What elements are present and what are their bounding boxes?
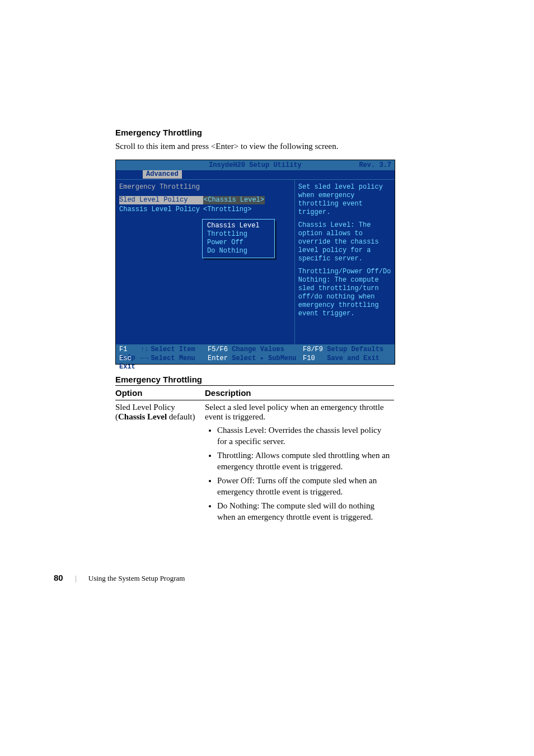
label-select-menu: Select Menu: [151, 354, 195, 362]
key-updown: Select Item: [140, 346, 208, 354]
options-table: Option Description Sled Level Policy (Ch…: [115, 385, 394, 528]
description-header: Select a sled level policy when an emerg…: [205, 403, 384, 421]
bios-screenshot: InsydeH20 Setup Utility Rev. 3.7 Advance…: [115, 160, 395, 365]
help-paragraph: Chassis Level: The option allows to over…: [298, 221, 391, 263]
label-select-item: Select Item: [151, 346, 195, 353]
list-item: Throttling: Allows compute sled throttli…: [217, 450, 391, 472]
label-exit: Exit: [119, 363, 135, 371]
table-title: Emergency Throttling: [115, 375, 461, 384]
intro-text: Scroll to this item and press <Enter> to…: [115, 141, 461, 152]
page-footer: 80 | Using the System Setup Program: [54, 573, 461, 583]
bios-settings-panel: Emergency Throttling Sled Level Policy <…: [116, 180, 294, 344]
key-f10: F10: [303, 354, 315, 362]
key-f1: F1: [119, 346, 127, 353]
document-page: Emergency Throttling Scroll to this item…: [0, 0, 534, 617]
dropdown-option[interactable]: Power Off: [207, 239, 269, 247]
label-enter-submenu: Select ▸ SubMenu: [232, 354, 296, 362]
setting-value[interactable]: <Throttling>: [203, 206, 251, 214]
option-cell: Sled Level Policy (Chassis Level default…: [115, 400, 205, 529]
setting-label: Sled Level Policy: [119, 196, 203, 204]
list-item: Chassis Level: Overrides the chassis lev…: [217, 425, 391, 447]
description-bullets: Chassis Level: Overrides the chassis lev…: [205, 425, 391, 522]
description-cell: Select a sled level policy when an emerg…: [205, 400, 394, 529]
tab-advanced[interactable]: Advanced: [143, 170, 182, 179]
key-esc: Esc: [119, 354, 132, 362]
page-number: 80: [54, 573, 63, 582]
list-item: Power Off: Turns off the compute sled wh…: [217, 475, 391, 497]
bios-tabbar: Advanced: [116, 170, 395, 179]
section-heading: Emergency Throttling: [115, 128, 461, 137]
bios-titlebar: InsydeH20 Setup Utility Rev. 3.7: [116, 160, 395, 170]
table-row: Sled Level Policy (Chassis Level default…: [115, 400, 394, 529]
key-enter: Enter: [208, 354, 228, 362]
key-leftright: Select Menu: [140, 354, 208, 363]
key-f5f6: F5/F6: [208, 346, 228, 353]
bios-footer: F1 Help Select Item F5/F6 Change Values …: [116, 345, 395, 364]
bios-help-panel: Set sled level policy when emergency thr…: [294, 180, 395, 344]
label-setup-defaults: Setup Defaults: [327, 346, 383, 353]
dropdown-option[interactable]: Throttling: [207, 230, 269, 239]
dropdown-option[interactable]: Chassis Level: [207, 222, 269, 230]
setting-row-sled-level-policy[interactable]: Sled Level Policy <Chassis Level>: [119, 196, 291, 204]
help-paragraph: Throttling/Power Off/Do Nothing: The com…: [298, 268, 391, 318]
setting-value[interactable]: <Chassis Level>: [203, 196, 265, 204]
col-header-description: Description: [205, 386, 394, 400]
setting-label: Chassis Level Policy: [119, 206, 203, 214]
dropdown-option[interactable]: Do Nothing: [207, 247, 269, 255]
bios-revision: Rev. 3.7: [359, 161, 391, 170]
label-save-exit: Save and Exit: [327, 354, 380, 362]
bios-title: InsydeH20 Setup Utility: [209, 161, 302, 170]
col-header-option: Option: [115, 386, 205, 400]
setting-row-chassis-level-policy[interactable]: Chassis Level Policy <Throttling>: [119, 206, 291, 214]
list-item: Do Nothing: The compute sled will do not…: [217, 501, 391, 522]
bios-main-area: Emergency Throttling Sled Level Policy <…: [116, 179, 395, 345]
option-name: Sled Level Policy: [115, 403, 175, 412]
footer-separator: |: [75, 574, 77, 582]
key-f8f9: F8/F9: [303, 346, 323, 353]
bios-group-label: Emergency Throttling: [119, 183, 291, 192]
help-paragraph: Set sled level policy when emergency thr…: [298, 183, 391, 217]
chapter-name: Using the System Setup Program: [88, 574, 185, 582]
label-change-values: Change Values: [232, 346, 284, 353]
dropdown-sled-level-policy[interactable]: Chassis Level Throttling Power Off Do No…: [202, 219, 275, 258]
